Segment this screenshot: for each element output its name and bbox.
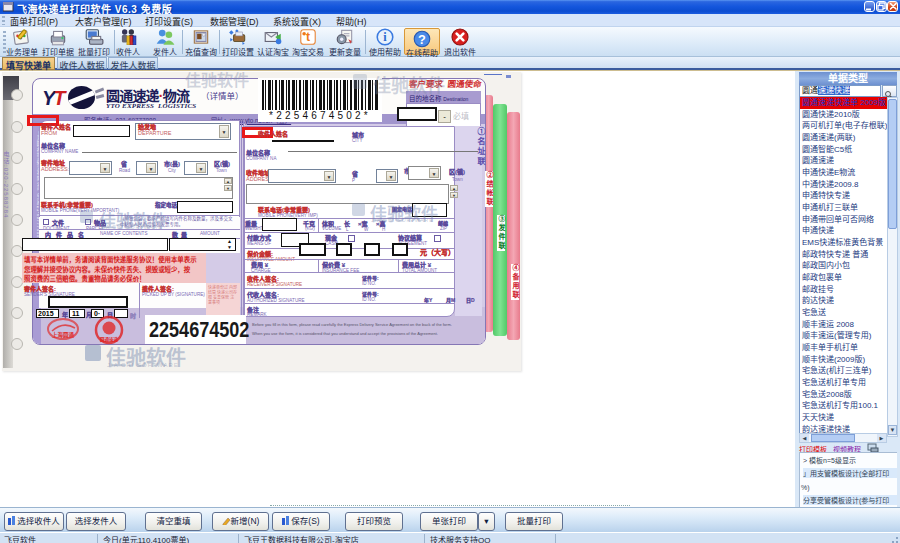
svg-text:?: ? bbox=[418, 32, 426, 47]
svg-text:上海圆通: 上海圆通 bbox=[52, 331, 75, 339]
svg-text:i: i bbox=[383, 30, 387, 44]
svg-text:t: t bbox=[306, 30, 310, 44]
